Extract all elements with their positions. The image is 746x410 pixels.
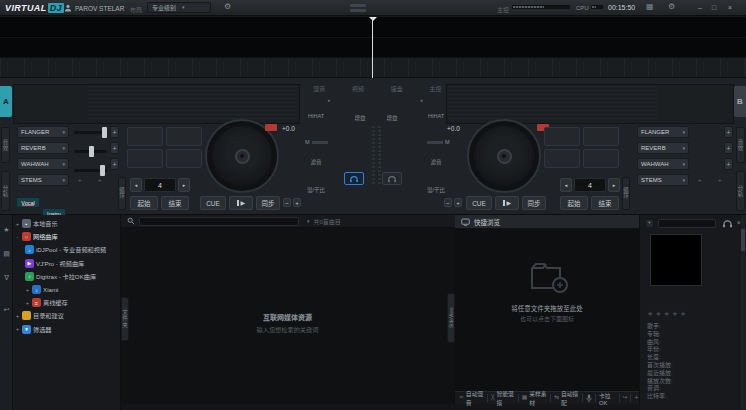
info-scrollbar[interactable] bbox=[741, 215, 745, 410]
tab-video[interactable]: 视频 bbox=[352, 84, 364, 92]
fx-slot2-add-button-left[interactable]: + bbox=[110, 142, 119, 154]
tab-folders-collapse[interactable]: 文件夹 bbox=[121, 297, 129, 341]
tab-effects-left[interactable]: 音效 bbox=[1, 127, 10, 163]
fx-slot2-dropdown-right[interactable]: REVERB▾ bbox=[637, 142, 689, 154]
tab-master[interactable]: 主控 bbox=[430, 84, 442, 92]
sync-button-a[interactable]: 同步 bbox=[256, 196, 280, 210]
sync-button-b[interactable]: 同步 bbox=[522, 196, 546, 210]
pitch-bend-minus-a[interactable]: − bbox=[283, 198, 291, 207]
hotcue-pad-2-b[interactable] bbox=[583, 127, 619, 146]
favorites-icon[interactable]: ★ bbox=[0, 223, 13, 237]
loop-half-button-b[interactable]: ◂ bbox=[560, 178, 572, 192]
tab-sideview[interactable]: SideView bbox=[447, 293, 455, 343]
waveform-display[interactable] bbox=[0, 17, 746, 58]
export-button[interactable]: ↪ bbox=[622, 395, 627, 401]
filter-icon[interactable]: ∇ bbox=[0, 271, 13, 285]
settings-gear-icon[interactable]: ⚙ bbox=[668, 3, 675, 11]
stems-add-left-1[interactable]: + bbox=[78, 177, 82, 183]
layout-dropdown[interactable]: 专业级别 ▾ bbox=[147, 2, 211, 13]
stems-add-right-1[interactable]: + bbox=[698, 177, 702, 183]
chevron-down-icon[interactable]: ▾ bbox=[307, 219, 310, 224]
tree-item-local-music[interactable]: +▪本地音乐 bbox=[13, 217, 120, 230]
prelisten-headphone-icon[interactable] bbox=[722, 219, 733, 228]
fx-slot2-dropdown-left[interactable]: REVERB▾ bbox=[17, 142, 69, 154]
expand-toggle[interactable]: + bbox=[15, 221, 20, 227]
maximize-button[interactable]: □ bbox=[708, 4, 720, 11]
gear-icon[interactable]: ⚙ bbox=[224, 3, 231, 11]
deck-a-badge[interactable]: A bbox=[0, 86, 12, 117]
loop-out-button-a[interactable]: 结束 bbox=[161, 196, 189, 210]
play-button-a[interactable]: ▶ bbox=[229, 196, 253, 210]
hotcue-pad-3-b[interactable] bbox=[544, 149, 580, 168]
search-input[interactable] bbox=[139, 217, 299, 226]
fx-slot1-add-button-right[interactable]: + bbox=[724, 126, 733, 138]
record-icon[interactable]: ▦ bbox=[646, 3, 654, 11]
collapse-toggle[interactable]: - bbox=[15, 234, 20, 240]
back-icon[interactable]: ↩ bbox=[0, 303, 13, 317]
tab-stems-left[interactable]: 分轨 bbox=[1, 171, 10, 211]
loop-half-button-a[interactable]: ◂ bbox=[130, 178, 142, 192]
rating-stars[interactable]: ★★★★★ bbox=[647, 310, 688, 318]
add-shortcut-button[interactable]: + bbox=[634, 395, 639, 401]
tree-item-filters[interactable]: +▼筛选器 bbox=[13, 323, 120, 336]
hotcue-pad-4-b[interactable] bbox=[583, 149, 619, 168]
pitch-bend-plus-b[interactable]: + bbox=[454, 198, 462, 207]
karaoke-button[interactable]: 卡拉OK bbox=[599, 391, 616, 406]
automix-button[interactable]: ≈自动混音 bbox=[459, 389, 484, 407]
loop-in-button-a[interactable]: 起始 bbox=[130, 196, 158, 210]
hotcue-pad-3-a[interactable] bbox=[127, 149, 163, 168]
tab-stems-right[interactable]: 分轨 bbox=[736, 171, 745, 211]
loop-in-button-b[interactable]: 起始 bbox=[560, 196, 588, 210]
minimize-button[interactable]: – bbox=[694, 4, 706, 11]
expand-toggle[interactable]: + bbox=[15, 326, 20, 332]
loop-double-button-a[interactable]: ▸ bbox=[178, 178, 190, 192]
expand-toggle[interactable]: + bbox=[15, 313, 20, 319]
deck-b-badge[interactable]: B bbox=[734, 86, 746, 117]
mic-button[interactable] bbox=[586, 394, 592, 403]
pitch-bend-minus-b[interactable]: − bbox=[444, 198, 452, 207]
media-results-panel[interactable]: 互联网媒体资源 输入您想检索的关键词 bbox=[121, 228, 455, 404]
fx-select-arrow-a[interactable]: ▸ bbox=[328, 98, 331, 103]
tree-item-offline-cache[interactable]: +≡离线缓存 bbox=[13, 296, 120, 309]
hotcue-pad-4-a[interactable] bbox=[166, 149, 202, 168]
expand-toggle[interactable]: + bbox=[25, 300, 30, 306]
tab-mixer[interactable]: 混音 bbox=[313, 84, 325, 92]
user-name[interactable]: PAROV STELAR bbox=[75, 5, 124, 12]
hotcue-pad-1-b[interactable] bbox=[544, 127, 580, 146]
stems-add-right-2[interactable]: + bbox=[718, 177, 722, 183]
info-search-input[interactable] bbox=[658, 219, 716, 228]
stems-dropdown-left[interactable]: STEMS▾ bbox=[17, 174, 69, 186]
sampler-button[interactable]: ▦采样素材 bbox=[522, 389, 548, 407]
fx-slot3-add-button-right[interactable]: + bbox=[724, 158, 733, 170]
fx-slot1-slider-left[interactable] bbox=[74, 131, 107, 134]
cue-button-b[interactable]: CUE bbox=[466, 196, 492, 210]
jog-wheel-b[interactable] bbox=[467, 119, 541, 193]
stem-pad-vocal-a[interactable]: Vocal bbox=[16, 197, 40, 208]
fx-slot3-dropdown-left[interactable]: WAHWAH▾ bbox=[17, 158, 69, 170]
hotcue-pad-2-a[interactable] bbox=[166, 127, 202, 146]
info-filter-dropdown[interactable]: ▾ bbox=[645, 219, 654, 228]
fx-slot3-dropdown-right[interactable]: WAHWAH▾ bbox=[637, 158, 689, 170]
headphone-cue-b[interactable] bbox=[382, 172, 402, 185]
tree-item-idjpool[interactable]: ♪iDJPool - 专业音频和视频 bbox=[13, 243, 120, 256]
tree-item-online-library[interactable]: -○网络曲库 bbox=[13, 230, 120, 243]
history-icon[interactable]: ▤ bbox=[0, 247, 13, 261]
fx-slot2-slider-left[interactable] bbox=[74, 150, 107, 153]
tree-item-vjpro[interactable]: ▶VJ'Pro - 视频曲库 bbox=[13, 257, 120, 270]
loop-double-button-b[interactable]: ▸ bbox=[608, 178, 620, 192]
stems-dropdown-right[interactable]: STEMS▾ bbox=[637, 174, 689, 186]
tree-item-xiami[interactable]: +♪Xiami bbox=[13, 283, 120, 296]
loop-out-button-b[interactable]: 结束 bbox=[591, 196, 619, 210]
fx-select-arrow-b[interactable]: ◂ bbox=[420, 98, 423, 103]
automatch-button[interactable]: ⇆自动搭配 bbox=[554, 389, 579, 407]
play-button-b[interactable]: ▶ bbox=[495, 196, 519, 210]
tree-item-folders-suggestions[interactable]: +目录和建议 bbox=[13, 309, 120, 322]
expand-toggle[interactable]: + bbox=[25, 287, 30, 293]
hotcue-pad-1-a[interactable] bbox=[127, 127, 163, 146]
tree-item-digitrax[interactable]: ♪Digitrax - 卡拉OK曲库 bbox=[13, 270, 120, 283]
mashup-button[interactable]: ╳智能混搭 bbox=[491, 389, 515, 407]
fx-slot1-dropdown-right[interactable]: FLANGER▾ bbox=[637, 126, 689, 138]
pitch-bend-plus-a[interactable]: + bbox=[293, 198, 301, 207]
fx-slot1-dropdown-left[interactable]: FLANGER▾ bbox=[17, 126, 69, 138]
fx-slot3-slider-left[interactable] bbox=[74, 169, 107, 172]
